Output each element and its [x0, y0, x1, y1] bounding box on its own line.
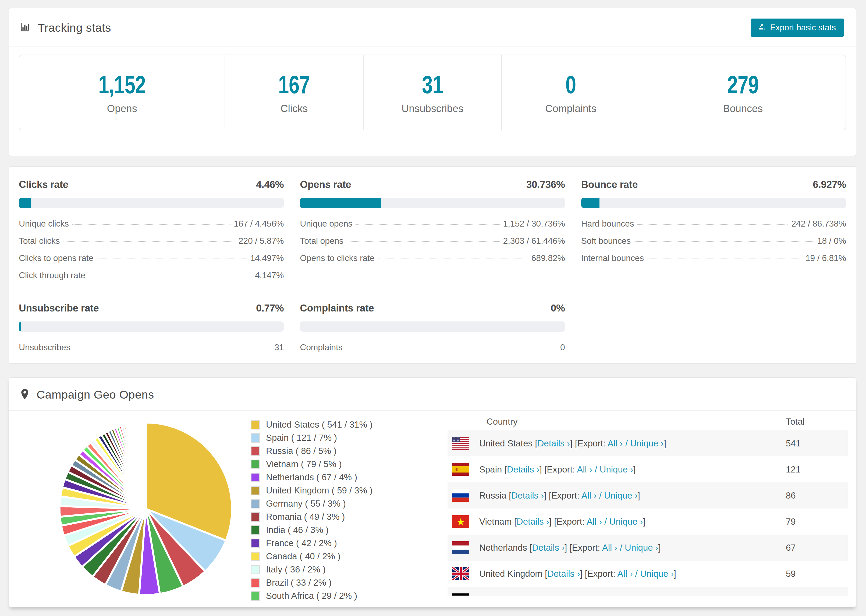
- rate-percentage: 30.736%: [526, 179, 565, 190]
- rate-percentage: 0%: [551, 303, 565, 314]
- geo-header: Campaign Geo Opens: [9, 378, 856, 411]
- column-header-country: Country: [447, 416, 786, 427]
- rate-row-value: 0: [560, 343, 565, 352]
- stat-complaints: 0Complaints: [501, 55, 639, 130]
- legend-swatch: [251, 565, 260, 574]
- stat-label: Clicks: [280, 103, 308, 115]
- rate-row: Complaints0: [300, 343, 565, 352]
- rate-head: Complaints rate0%: [300, 303, 565, 314]
- export-all-link[interactable]: All ›: [608, 438, 623, 448]
- dotted-leader: [72, 224, 230, 225]
- export-all-link[interactable]: All ›: [587, 517, 602, 526]
- rate-row-label: Unique clicks: [19, 219, 69, 229]
- legend-label: Germany ( 55 / 3% ): [266, 498, 346, 509]
- details-link[interactable]: Details ›: [507, 464, 540, 475]
- country-name: Netherlands [: [479, 543, 532, 553]
- legend-swatch: [251, 473, 260, 482]
- total-cell: 86: [786, 490, 848, 501]
- rate-row-label: Internal bounces: [581, 253, 644, 263]
- legend-label: United States ( 541 / 31% ): [266, 420, 373, 430]
- stat-label: Bounces: [723, 103, 763, 115]
- export-unique-link[interactable]: Unique ›: [630, 438, 664, 448]
- rate-title: Unsubscribe rate: [19, 303, 99, 314]
- export-basic-stats-button[interactable]: Export basic stats: [751, 19, 844, 37]
- rate-row-label: Soft bounces: [581, 236, 631, 246]
- legend-swatch: [251, 486, 260, 495]
- details-link[interactable]: Details ›: [532, 543, 565, 553]
- rate-rows: Unsubscribes31: [19, 343, 284, 352]
- flag-es-icon: [452, 463, 469, 476]
- rate-progress-bar: [300, 321, 565, 332]
- rate-row-label: Complaints: [300, 343, 342, 352]
- tracking-stats-header: Tracking stats Export basic stats: [9, 8, 856, 47]
- table-row-vn: Vietnam [Details ›] [Export: All › / Uni…: [447, 509, 848, 534]
- legend-label: Netherlands ( 67 / 4% ): [266, 472, 357, 482]
- rate-progress-bar: [19, 198, 284, 208]
- country-cell: United Kingdom [Details ›] [Export: All …: [469, 569, 786, 579]
- details-link[interactable]: Details ›: [511, 490, 544, 500]
- table-row-nl: Netherlands [Details ›] [Export: All › /…: [447, 534, 848, 561]
- rate-progress-fill: [19, 321, 21, 332]
- legend-item: Russia ( 86 / 5% ): [251, 446, 373, 456]
- export-button-label: Export basic stats: [770, 23, 836, 33]
- table-row-gb: United Kingdom [Details ›] [Export: All …: [447, 561, 848, 587]
- country-name: Spain [: [479, 464, 507, 475]
- details-link[interactable]: Details ›: [516, 517, 549, 526]
- export-all-link[interactable]: All ›: [617, 569, 633, 579]
- export-unique-link[interactable]: Unique ›: [625, 543, 658, 553]
- flag-gb-icon: [452, 567, 469, 580]
- legend-swatch: [251, 591, 260, 601]
- table-row-de: [447, 587, 848, 596]
- country-cell: Vietnam [Details ›] [Export: All › / Uni…: [469, 517, 786, 527]
- rate-row-value: 31: [274, 343, 284, 352]
- rate-block-opens-rate: Opens rate30.736%Unique opens1,152 / 30.…: [300, 179, 565, 288]
- rate-row-label: Clicks to opens rate: [19, 253, 93, 263]
- export-unique-link[interactable]: Unique ›: [640, 569, 674, 579]
- legend-label: Romania ( 49 / 3% ): [266, 512, 345, 522]
- rate-row: Total clicks220 / 5.87%: [19, 236, 284, 246]
- rate-percentage: 6.927%: [813, 179, 846, 190]
- table-row-es: Spain [Details ›] [Export: All › / Uniqu…: [447, 456, 848, 482]
- rate-progress-bar: [300, 198, 565, 208]
- total-cell: 59: [786, 569, 848, 579]
- rate-progress-fill: [300, 198, 381, 208]
- rate-block-unsubscribe-rate: Unsubscribe rate0.77%Unsubscribes31: [19, 303, 284, 360]
- export-separator: /: [595, 464, 597, 475]
- country-cell: United States [Details ›] [Export: All ›…: [469, 438, 786, 449]
- rate-row: Internal bounces19 / 6.81%: [581, 253, 846, 263]
- export-unique-link[interactable]: Unique ›: [609, 517, 643, 526]
- export-all-link[interactable]: All ›: [577, 464, 592, 475]
- rate-row-value: 1,152 / 30.736%: [503, 219, 565, 229]
- country-cell: Russia [Details ›] [Export: All › / Uniq…: [469, 490, 786, 501]
- rate-row: Unsubscribes31: [19, 343, 284, 352]
- rate-title: Bounce rate: [581, 179, 638, 190]
- legend-item: India ( 46 / 3% ): [251, 525, 373, 535]
- rate-row: Total opens2,303 / 61.446%: [300, 236, 565, 246]
- rate-row: Click through rate4.147%: [19, 270, 284, 280]
- legend-label: France ( 42 / 2% ): [266, 538, 337, 548]
- legend-item: Romania ( 49 / 3% ): [251, 512, 373, 522]
- export-all-link[interactable]: All ›: [602, 543, 617, 553]
- pie-slice: [145, 423, 146, 509]
- legend-swatch: [251, 525, 260, 535]
- country-cell: Spain [Details ›] [Export: All › / Uniqu…: [469, 464, 786, 475]
- export-separator: /: [625, 438, 628, 448]
- flag-us-icon: [452, 437, 469, 449]
- rate-progress-bar: [19, 321, 284, 332]
- tracking-stats-title: Tracking stats: [38, 21, 111, 35]
- table-row-ru: Russia [Details ›] [Export: All › / Uniq…: [447, 482, 848, 509]
- stat-label: Complaints: [545, 103, 596, 115]
- legend-swatch: [251, 460, 260, 469]
- export-unique-link[interactable]: Unique ›: [604, 490, 638, 500]
- geo-pie-chart: [54, 417, 237, 600]
- rate-head: Unsubscribe rate0.77%: [19, 303, 284, 314]
- export-all-link[interactable]: All ›: [581, 490, 597, 500]
- details-link[interactable]: Details ›: [537, 438, 570, 448]
- details-link[interactable]: Details ›: [547, 569, 580, 579]
- stat-clicks: 167Clicks: [225, 55, 363, 130]
- legend-item: United Kingdom ( 59 / 3% ): [251, 486, 373, 496]
- total-cell: 79: [786, 517, 848, 527]
- export-unique-link[interactable]: Unique ›: [600, 464, 633, 475]
- legend-item: Spain ( 121 / 7% ): [251, 433, 373, 443]
- rate-head: Clicks rate4.46%: [19, 179, 284, 190]
